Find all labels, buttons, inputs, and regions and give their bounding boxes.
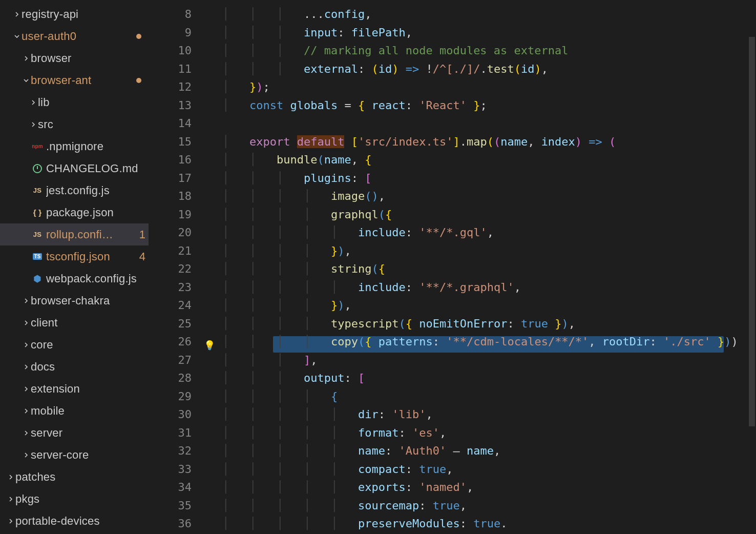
code-line[interactable]: │ │ │ │ copy({ patterns: '**/cdm-locales… <box>213 333 756 351</box>
file-explorer[interactable]: registry-apiuser-auth0browserbrowser-ant… <box>0 0 149 534</box>
code-line[interactable]: │ │ │ │ }), <box>213 242 756 260</box>
code-line[interactable]: │ │ │ plugins: [ <box>213 169 756 188</box>
code-line[interactable]: │ │ │ input: filePath, <box>213 24 756 42</box>
tree-item-label: client <box>31 316 149 330</box>
tree-item-label: jest.config.js <box>46 184 149 197</box>
js-file-icon: JS <box>31 187 44 194</box>
tree-file[interactable]: npm.npmignore <box>0 135 149 157</box>
code-line[interactable]: │ │ │ │ │ name: 'Auth0' – name, <box>213 442 756 460</box>
code-content[interactable]: │ │ │ ...config,│ │ │ input: filePath,│ … <box>213 0 756 534</box>
json-file-icon: { } <box>31 208 44 217</box>
tree-folder[interactable]: browser-chakra <box>0 290 149 312</box>
tree-folder[interactable]: docs <box>0 356 149 378</box>
code-line[interactable]: │ │ │ │ │ include: '**/*.gql', <box>213 223 756 242</box>
tree-folder[interactable]: client <box>0 312 149 334</box>
tree-file[interactable]: JSjest.config.js <box>0 179 149 201</box>
code-line[interactable]: │ │ │ │ │ dir: 'lib', <box>213 405 756 424</box>
tree-item-label: pkgs <box>15 492 149 506</box>
tree-folder[interactable]: browser <box>0 47 149 69</box>
tree-item-label: CHANGELOG.md <box>46 162 149 175</box>
lightbulb-icon[interactable]: 💡 <box>204 340 215 351</box>
tree-folder[interactable]: patches <box>0 466 149 488</box>
chevron-down-icon <box>12 32 22 40</box>
code-line[interactable]: │ │ │ │ typescript({ noEmitOnError: true… <box>213 315 756 333</box>
tree-item-label: rollup.confi… <box>46 228 136 241</box>
scrollbar-thumb[interactable] <box>749 37 755 426</box>
line-number: 15 <box>149 133 213 151</box>
tree-item-label: user-auth0 <box>22 30 136 43</box>
code-line[interactable]: │ }); <box>213 78 756 96</box>
code-line[interactable]: │ │ │ │ graphql({ <box>213 206 756 224</box>
line-number: 14 <box>149 114 213 133</box>
code-line[interactable]: │ │ │ │ image(), <box>213 187 756 206</box>
line-number: 8 <box>149 5 213 24</box>
code-line[interactable]: │ │ │ │ │ format: 'es', <box>213 424 756 442</box>
code-line[interactable]: │ │ │ │ │ sourcemap: true, <box>213 497 756 515</box>
npm-file-icon: npm <box>31 143 44 149</box>
code-line[interactable]: │ │ │ ...config, <box>213 5 756 24</box>
line-number: 27 <box>149 351 213 369</box>
chevron-right-icon <box>22 297 31 305</box>
tree-folder[interactable]: lib <box>0 91 149 113</box>
tree-file[interactable]: ⬢webpack.config.js <box>0 268 149 290</box>
line-number: 9 <box>149 24 213 42</box>
tree-file[interactable]: { }package.json <box>0 201 149 223</box>
changelog-file-icon <box>31 164 44 173</box>
ts-file-icon: TS <box>31 253 44 260</box>
tree-item-label: docs <box>31 360 149 374</box>
tree-folder[interactable]: registry-api <box>0 3 149 25</box>
tree-item-label: browser-chakra <box>31 294 149 307</box>
code-line[interactable]: │ │ │ │ │ preserveModules: true. <box>213 515 756 533</box>
code-line[interactable]: │ │ │ output: [ <box>213 369 756 387</box>
chevron-right-icon <box>22 363 31 371</box>
tree-file[interactable]: CHANGELOG.md <box>0 157 149 179</box>
js-file-icon: JS <box>31 231 44 238</box>
tree-item-label: browser-ant <box>31 74 136 87</box>
tree-folder[interactable]: server <box>0 422 149 444</box>
code-line[interactable]: │ │ │ │ string({ <box>213 260 756 278</box>
chevron-right-icon <box>22 385 31 393</box>
code-line[interactable]: │ │ │ external: (id) => !/^[./]/.test(id… <box>213 60 756 78</box>
code-line[interactable]: │ export default ['src/index.ts'].map((n… <box>213 133 756 151</box>
chevron-right-icon <box>6 473 15 481</box>
tree-item-label: .npmignore <box>46 140 149 153</box>
tree-folder[interactable]: portable-devices <box>0 510 149 532</box>
tree-folder[interactable]: core <box>0 334 149 356</box>
line-number: 32 <box>149 442 213 460</box>
tree-folder[interactable]: browser-ant <box>0 69 149 91</box>
code-line[interactable]: │ │ │ │ │ exports: 'named', <box>213 478 756 497</box>
tree-file[interactable]: JSrollup.confi…1 <box>0 223 149 245</box>
tree-folder[interactable]: pkgs <box>0 488 149 510</box>
chevron-right-icon <box>12 10 22 18</box>
tree-file[interactable]: TStsconfig.json4 <box>0 245 149 268</box>
chevron-right-icon <box>22 319 31 327</box>
modified-dot-icon <box>136 34 141 39</box>
code-editor[interactable]: 8910111213141516171819202122232425262728… <box>149 0 756 534</box>
tree-item-label: server-core <box>31 448 149 462</box>
line-number: 33 <box>149 460 213 479</box>
code-line[interactable] <box>213 114 756 133</box>
chevron-right-icon <box>6 495 15 503</box>
tree-folder[interactable]: mobile <box>0 400 149 422</box>
tree-folder[interactable]: server-core <box>0 444 149 466</box>
line-number: 22 <box>149 260 213 278</box>
editor-scrollbar[interactable] <box>748 0 756 534</box>
chevron-right-icon <box>22 429 31 437</box>
tree-folder[interactable]: user-auth0 <box>0 25 149 47</box>
code-line[interactable]: │ │ │ │ }), <box>213 296 756 315</box>
chevron-right-icon <box>29 120 38 129</box>
code-line[interactable]: │ │ │ │ │ include: '**/*.graphql', <box>213 278 756 297</box>
code-line[interactable]: │ │ │ │ { <box>213 387 756 406</box>
tree-item-label: portable-devices <box>15 515 149 528</box>
tree-folder[interactable]: extension <box>0 378 149 400</box>
tree-folder[interactable]: src <box>0 113 149 135</box>
line-number: 25 <box>149 315 213 333</box>
code-line[interactable]: │ │ │ ], <box>213 351 756 369</box>
tree-item-label: tsconfig.json <box>46 250 136 263</box>
code-line[interactable]: │ │ bundle(name, { <box>213 151 756 169</box>
tree-item-label: src <box>38 118 149 131</box>
line-number: 17 <box>149 169 213 188</box>
code-line[interactable]: │ const globals = { react: 'React' }; <box>213 96 756 115</box>
code-line[interactable]: │ │ │ // marking all node modules as ext… <box>213 42 756 60</box>
code-line[interactable]: │ │ │ │ │ compact: true, <box>213 460 756 479</box>
